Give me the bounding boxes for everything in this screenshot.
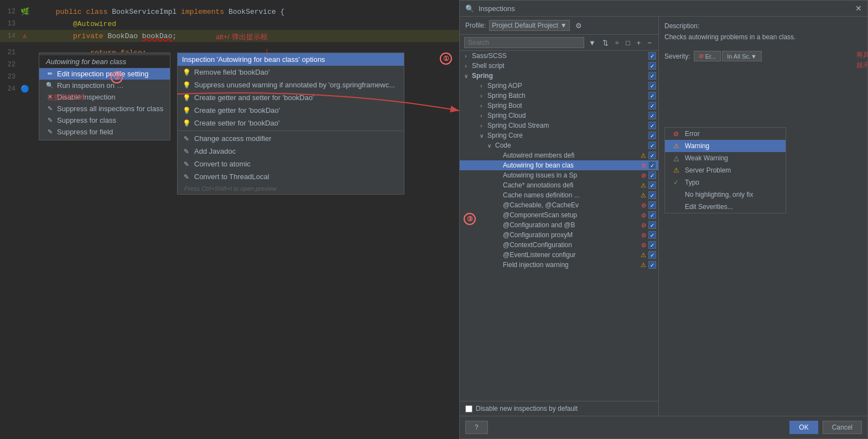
tree-item-contextconfiguration[interactable]: @ContextConfiguration ⊘ ✓ <box>460 240 658 250</box>
tooltip-item-suppress-field[interactable]: ✎ Suppress for field <box>39 126 170 138</box>
severity-error-button[interactable]: ⊘ Er... <box>694 51 721 61</box>
tree-item-cache-names[interactable]: Cache names definition ... ⚠ ✓ <box>460 190 658 200</box>
tree-item-spring-batch[interactable]: › Spring Batch ✓ <box>460 91 658 101</box>
tree-item-spring[interactable]: ∨ Spring ✓ <box>460 71 658 81</box>
spring-check[interactable]: ✓ <box>648 72 656 80</box>
componentscan-check[interactable]: ✓ <box>648 211 656 219</box>
profile-value: Project Default Project <box>492 22 558 29</box>
tree-item-configuration-proxy[interactable]: @Configuration proxyM ⊘ ✓ <box>460 230 658 240</box>
cacheable-check[interactable]: ✓ <box>648 201 656 209</box>
cache-annotations-check[interactable]: ✓ <box>648 181 656 189</box>
autowired-members-check[interactable]: ✓ <box>648 151 656 159</box>
configuration-b-check[interactable]: ✓ <box>648 221 656 229</box>
add-javadoc-icon: ✎ <box>182 148 191 155</box>
cache-annotations-severity-icon: ⚠ <box>641 182 646 189</box>
qf-header-label: Inspection 'Autowiring for bean class' o… <box>182 55 325 64</box>
tree-item-autowiring-issues[interactable]: Autowiring issues in a Sp ⊘ ✓ <box>460 170 658 180</box>
spring-cloud-stream-check[interactable]: ✓ <box>648 122 656 129</box>
collapse-all-button[interactable]: ÷ <box>613 38 621 48</box>
qf-header[interactable]: Inspection 'Autowiring for bean class' o… <box>178 53 404 66</box>
settings-button[interactable]: ⚙ <box>573 20 584 31</box>
cancel-button[interactable]: Cancel <box>823 421 862 434</box>
tree-item-componentscan[interactable]: @ComponentScan setup ⊘ ✓ <box>460 210 658 220</box>
tree-item-spring-cloud[interactable]: › Spring Cloud ✓ <box>460 111 658 121</box>
tree-item-autowiring-bean[interactable]: Autowiring for bean clas ⊘ ✓ <box>460 160 658 170</box>
profile-select[interactable]: Project Default Project ▼ <box>489 20 569 31</box>
tree-item-spring-aop[interactable]: › Spring AOP ✓ <box>460 81 658 91</box>
autowiring-bean-label: Autowiring for bean clas <box>503 161 638 169</box>
qf-create-getter-setter[interactable]: 💡 Create getter and setter for 'bookDao' <box>178 91 404 104</box>
sev-option-error[interactable]: ⊘ Error <box>665 128 786 140</box>
description-label: Description: <box>664 22 862 30</box>
spring-core-check[interactable]: ✓ <box>648 132 656 139</box>
qf-create-setter[interactable]: 💡 Create setter for 'bookDao' <box>178 117 404 129</box>
tree-item-spring-cloud-stream[interactable]: › Spring Cloud Stream ✓ <box>460 121 658 130</box>
warning-option-icon: ⚠ <box>672 142 680 150</box>
cache-names-check[interactable]: ✓ <box>648 191 656 199</box>
help-button[interactable]: ? <box>465 421 488 434</box>
tree-item-autowired-members[interactable]: Autowired members defi ⚠ ✓ <box>460 150 658 160</box>
ok-button[interactable]: OK <box>789 421 818 434</box>
configuration-proxy-check[interactable]: ✓ <box>648 231 656 239</box>
eventlistener-check[interactable]: ✓ <box>648 251 656 259</box>
tooltip-item-edit[interactable]: ✏ Edit inspection profile setting <box>39 68 170 80</box>
spring-batch-check[interactable]: ✓ <box>648 92 656 100</box>
qf-convert-atomic[interactable]: ✎ Convert to atomic <box>178 158 404 170</box>
tree-item-spring-boot[interactable]: › Spring Boot ✓ <box>460 101 658 111</box>
contextconfiguration-check[interactable]: ✓ <box>648 241 656 249</box>
tree-item-spring-core[interactable]: ∨ Spring Core ✓ <box>460 130 658 140</box>
remove-button[interactable]: − <box>645 38 654 48</box>
spring-boot-check[interactable]: ✓ <box>648 102 656 109</box>
qf-remove-field[interactable]: 💡 Remove field 'bookDao' <box>178 66 404 79</box>
spring-expand-icon: ∨ <box>462 73 470 79</box>
tree-item-field-injection[interactable]: Field injection warning ⚠ ✓ <box>460 260 658 270</box>
disable-new-checkbox[interactable] <box>465 405 472 412</box>
expand-all-button[interactable]: ⇅ <box>600 38 611 48</box>
sev-option-typo[interactable]: ✓ Typo <box>665 176 786 189</box>
spring-aop-check[interactable]: ✓ <box>648 82 656 90</box>
spring-cloud-check[interactable]: ✓ <box>648 112 656 119</box>
severity-scope-button[interactable]: In All Sc.▼ <box>722 51 762 61</box>
spring-cloud-stream-expand-icon: › <box>477 123 485 129</box>
disable-new-row: Disable new inspections by default <box>460 401 658 416</box>
sev-option-no-highlighting[interactable]: No highlighting, only fix <box>665 189 786 201</box>
tree-item-shell[interactable]: › Shell script ✓ <box>460 61 658 71</box>
tree-item-cacheable[interactable]: @Cacheable, @CacheEv ⊘ ✓ <box>460 200 658 210</box>
tree-item-code[interactable]: ∨ Code ✓ <box>460 140 658 150</box>
bulb-icon-3: 💡 <box>182 94 191 102</box>
sass-check[interactable]: ✓ <box>648 52 656 60</box>
error-option-icon: ⊘ <box>672 130 680 138</box>
qf-threadlocal-label: Convert to ThreadLocal <box>194 173 269 181</box>
qf-add-javadoc[interactable]: ✎ Add Javadoc <box>178 145 404 158</box>
tree-item-sass[interactable]: › Sass/SCSS ✓ <box>460 51 658 61</box>
field-injection-check[interactable]: ✓ <box>648 261 656 269</box>
tooltip-item-suppress-class[interactable]: ✎ Suppress for class <box>39 114 170 126</box>
qf-convert-threadlocal[interactable]: ✎ Convert to ThreadLocal <box>178 170 404 183</box>
sev-option-server-problem[interactable]: ⚠ Server Problem <box>665 164 786 176</box>
autowiring-issues-check[interactable]: ✓ <box>648 171 656 179</box>
search-input[interactable] <box>464 37 584 48</box>
sev-option-weak-warning[interactable]: △ Weak Warning <box>665 152 786 164</box>
sev-option-edit-severities[interactable]: Edit Severities... <box>665 201 786 213</box>
add-button[interactable]: + <box>635 38 643 48</box>
tree-item-cache-annotations[interactable]: Cache* annotations defi ⚠ ✓ <box>460 180 658 190</box>
autowiring-bean-check[interactable]: ✓ <box>648 161 656 169</box>
dialog-close-button[interactable]: ✕ <box>855 4 862 13</box>
qf-change-access[interactable]: ✎ Change access modifier <box>178 132 404 145</box>
tooltip-item-run[interactable]: 🔍 Run inspection on … <box>39 80 170 91</box>
configuration-b-label: @Configuration and @B <box>503 221 638 229</box>
bulb-icon-2: 💡 <box>182 81 191 89</box>
qf-create-getter[interactable]: 💡 Create getter for 'bookDao' <box>178 104 404 117</box>
export-button[interactable]: □ <box>623 38 632 48</box>
tooltip-item-suppress-all[interactable]: ✎ Suppress all inspections for class <box>39 103 170 114</box>
profile-row: Profile: Project Default Project ▼ ⚙ <box>460 17 658 35</box>
autowiring-bean-severity-icon: ⊘ <box>641 162 646 169</box>
sev-option-warning[interactable]: ⚠ Warning <box>665 140 786 152</box>
qf-suppress-unused[interactable]: 💡 Suppress unused warning if annotated b… <box>178 79 404 91</box>
code-check[interactable]: ✓ <box>648 142 656 149</box>
code-label: Code <box>495 142 646 149</box>
tree-item-configuration-b[interactable]: @Configuration and @B ⊘ ✓ <box>460 220 658 230</box>
filter-button[interactable]: ▼ <box>586 38 598 48</box>
tree-item-eventlistener[interactable]: @EventListener configur ⚠ ✓ <box>460 250 658 260</box>
shell-check[interactable]: ✓ <box>648 62 656 70</box>
